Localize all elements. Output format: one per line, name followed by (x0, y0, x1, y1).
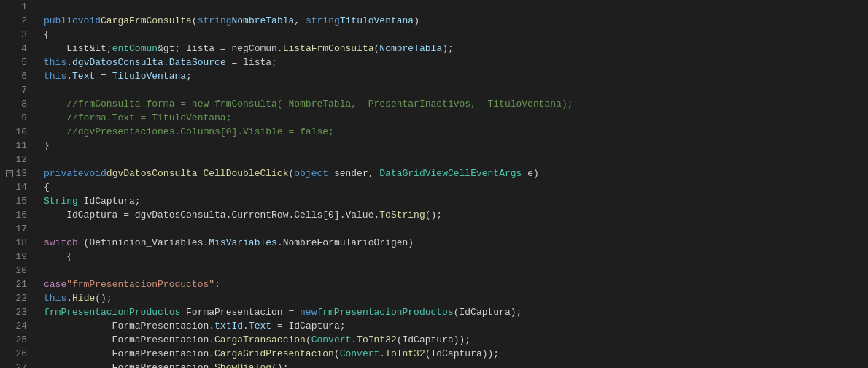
line-number-24: 24 (15, 319, 27, 333)
line-number-7: 7 (21, 83, 27, 97)
gutter-line-13: −13 (0, 166, 31, 180)
line-number-13: 13 (15, 166, 27, 180)
code-line-13: private void dgvDatosConsulta_CellDouble… (44, 166, 868, 180)
code-line-6: this.Text = TituloVentana; (44, 69, 868, 83)
gutter-line-24: 24 (0, 319, 31, 333)
line-number-11: 11 (15, 139, 27, 153)
line-number-20: 20 (15, 264, 27, 277)
line-number-10: 10 (15, 125, 27, 139)
line-number-12: 12 (15, 153, 27, 166)
gutter-line-16: 16 (0, 208, 31, 222)
gutter-line-18: 18 (0, 236, 31, 250)
editor-container: 123456789101112−131415161718192021222324… (0, 0, 868, 368)
gutter-line-12: 12 (0, 153, 31, 166)
line-number-26: 26 (15, 347, 27, 361)
code-line-26: FormaPresentacion.CargaGridPresentacion(… (44, 347, 868, 361)
gutter-line-9: 9 (0, 111, 31, 125)
code-line-23: frmPresentacionProductos FormaPresentaci… (44, 305, 868, 319)
line-number-25: 25 (15, 333, 27, 347)
line-number-1: 1 (21, 0, 27, 14)
gutter-line-14: 14 (0, 180, 31, 194)
line-number-23: 23 (15, 305, 27, 319)
code-line-7 (44, 83, 868, 97)
code-line-10: //dgvPresentaciones.Columns[0].Visible =… (44, 125, 868, 139)
code-area[interactable]: public void CargaFrmConsulta(string Nomb… (36, 0, 868, 368)
code-line-4: List&lt;entComun&gt; lista = negComun.Li… (44, 42, 868, 55)
gutter-line-19: 19 (0, 250, 31, 264)
gutter-line-1: 1 (0, 0, 31, 14)
line-number-22: 22 (15, 291, 27, 305)
code-line-5: this.dgvDatosConsulta.DataSource = lista… (44, 55, 868, 69)
gutter-line-8: 8 (0, 97, 31, 111)
fold-icon-13[interactable]: − (6, 170, 13, 177)
gutter-line-5: 5 (0, 55, 31, 69)
code-line-9: //forma.Text = TituloVentana; (44, 111, 868, 125)
line-number-4: 4 (21, 42, 27, 55)
code-line-3: { (44, 28, 868, 42)
gutter-line-21: 21 (0, 277, 31, 291)
line-number-8: 8 (21, 97, 27, 111)
gutter-line-4: 4 (0, 42, 31, 55)
line-number-3: 3 (21, 28, 27, 42)
code-line-8: //frmConsulta forma = new frmConsulta( N… (44, 97, 868, 111)
line-number-19: 19 (15, 250, 27, 264)
line-number-2: 2 (21, 14, 27, 28)
code-line-17 (44, 222, 868, 236)
code-line-24: FormaPresentacion.txtId.Text = IdCaptura… (44, 319, 868, 333)
line-number-16: 16 (15, 208, 27, 222)
code-line-14: { (44, 180, 868, 194)
line-number-5: 5 (21, 55, 27, 69)
code-line-25: FormaPresentacion.CargaTransaccion(Conve… (44, 333, 868, 347)
line-number-27: 27 (15, 361, 27, 368)
line-number-21: 21 (15, 277, 27, 291)
line-numbers-gutter: 123456789101112−131415161718192021222324… (0, 0, 36, 368)
code-line-11: } (44, 139, 868, 153)
line-number-18: 18 (15, 236, 27, 250)
gutter-line-27: 27 (0, 361, 31, 368)
code-line-2: public void CargaFrmConsulta(string Nomb… (44, 14, 868, 28)
line-number-6: 6 (21, 69, 27, 83)
gutter-line-17: 17 (0, 222, 31, 236)
gutter-line-7: 7 (0, 83, 31, 97)
code-line-19: { (44, 250, 868, 264)
gutter-line-2: 2 (0, 14, 31, 28)
gutter-line-11: 11 (0, 139, 31, 153)
gutter-line-23: 23 (0, 305, 31, 319)
gutter-line-20: 20 (0, 264, 31, 277)
code-line-21: case "frmPresentacionProductos": (44, 277, 868, 291)
gutter-line-22: 22 (0, 291, 31, 305)
code-line-12 (44, 153, 868, 166)
code-line-15: String IdCaptura; (44, 194, 868, 208)
gutter-line-15: 15 (0, 194, 31, 208)
gutter-line-26: 26 (0, 347, 31, 361)
code-line-18: switch (Definicion_Variables.MisVariable… (44, 236, 868, 250)
gutter-line-3: 3 (0, 28, 31, 42)
line-number-15: 15 (15, 194, 27, 208)
line-number-14: 14 (15, 180, 27, 194)
code-line-1 (44, 0, 868, 14)
code-line-22: this.Hide(); (44, 291, 868, 305)
line-number-17: 17 (15, 222, 27, 236)
line-number-9: 9 (21, 111, 27, 125)
code-line-16: IdCaptura = dgvDatosConsulta.CurrentRow.… (44, 208, 868, 222)
gutter-line-25: 25 (0, 333, 31, 347)
gutter-line-6: 6 (0, 69, 31, 83)
code-line-27: FormaPresentacion.ShowDialog(); (44, 361, 868, 368)
gutter-line-10: 10 (0, 125, 31, 139)
code-line-20 (44, 264, 868, 277)
